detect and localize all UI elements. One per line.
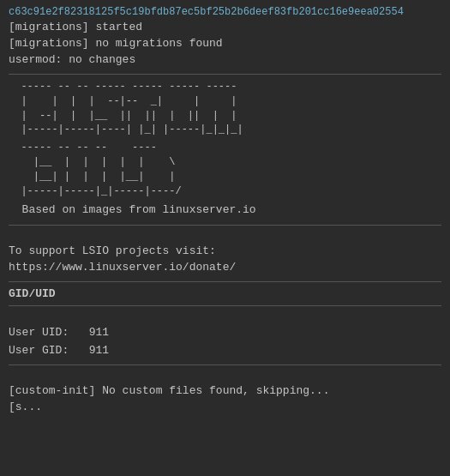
user-gid-line: User GID: 911: [9, 342, 441, 360]
migrations-started: [migrations] started: [9, 20, 441, 36]
divider-2: [9, 225, 441, 226]
more-line: [s...: [9, 400, 441, 416]
migrations-none: [migrations] no migrations found: [9, 36, 441, 52]
ascii-art-top: ----- -- -- ----- ----- ----- ----- | | …: [9, 80, 441, 137]
support-line-1: To support LSIO projects visit:: [9, 244, 441, 260]
divider-3: [9, 281, 441, 282]
custom-init-line: [custom-init] No custom files found, ski…: [9, 383, 441, 400]
hash-line: c63c91e2f82318125f5c19bfdb87ec5bf25b2b6d…: [9, 5, 441, 20]
user-uid-line: User UID: 911: [9, 324, 441, 342]
based-line: Based on images from linuxserver.io: [9, 202, 441, 220]
divider-1: [9, 74, 441, 75]
ascii-art-bottom: ----- -- -- -- ---- |__ | | | | | \ |__|…: [9, 141, 441, 198]
divider-5: [9, 365, 441, 365]
terminal-output: c63c91e2f82318125f5c19bfdb87ec5bf25b2b6d…: [0, 0, 450, 476]
support-line-2: https://www.linuxserver.io/donate/: [9, 260, 441, 276]
usermod-line: usermod: no changes: [9, 52, 441, 69]
gid-uid-label: GID/UID: [9, 287, 441, 300]
divider-4: [9, 305, 441, 306]
